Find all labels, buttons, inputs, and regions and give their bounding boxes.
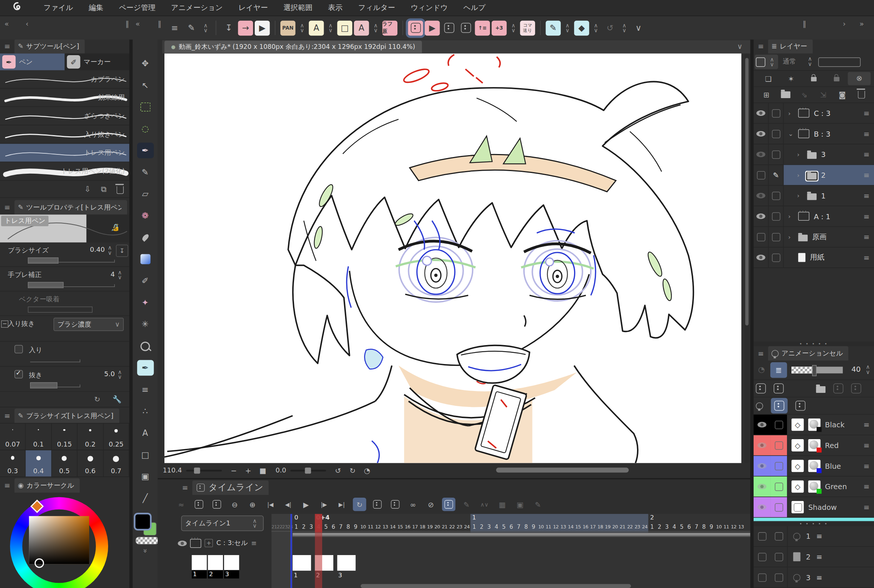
select-marquee-tool[interactable]: [137, 99, 154, 115]
layer-mask-icon[interactable]: ◙: [833, 91, 852, 99]
layer-visibility-1[interactable]: [754, 193, 768, 198]
delete-brush-icon[interactable]: [117, 186, 124, 194]
shape-tool[interactable]: □: [137, 447, 154, 462]
out-checkbox[interactable]: [15, 370, 23, 378]
cel-options-icon[interactable]: ≡: [864, 441, 870, 450]
layer-check-B : 3[interactable]: [768, 124, 784, 144]
cel-search-toggle[interactable]: [771, 398, 788, 414]
new-folder-icon[interactable]: [776, 90, 795, 100]
brush-size-0.3[interactable]: 0.3: [0, 450, 26, 477]
blend-tool[interactable]: ∴: [137, 404, 154, 419]
tl-zoom-out-button[interactable]: ⊖: [228, 498, 241, 511]
cel-b-check2-3[interactable]: [770, 573, 787, 582]
tl-specify-new-cel-button[interactable]: [388, 498, 402, 511]
stabilization-slider[interactable]: [28, 282, 115, 287]
expander-icon[interactable]: −: [1, 320, 9, 328]
toolbar-expand-button[interactable]: ∨: [631, 20, 646, 36]
tl-zoom-in-button[interactable]: ⊕: [246, 498, 259, 511]
strip-transparent-chip[interactable]: [135, 537, 159, 544]
cel-link-button[interactable]: [441, 20, 457, 36]
canvas[interactable]: [165, 53, 741, 463]
layer-row-用紙[interactable]: 用紙≡: [754, 248, 874, 268]
toolbar-spinner[interactable]: ∧∨: [325, 23, 336, 33]
layer-row-3[interactable]: ›3≡: [754, 144, 874, 165]
toolbar-menu-button[interactable]: ≡: [167, 20, 183, 36]
tl-track-spin-button[interactable]: ∧∨: [478, 498, 491, 511]
decoration-tool[interactable]: ❁: [137, 208, 154, 223]
vector-point-button[interactable]: ◆: [574, 20, 589, 36]
layer-options-icon[interactable]: ≡: [864, 253, 870, 262]
menu-ヘルプ[interactable]: ヘルプ: [456, 0, 493, 15]
layer-visibility-B : 3[interactable]: [754, 131, 768, 136]
tl-link-cels-button[interactable]: ∞: [406, 498, 420, 511]
layer-row-C : 3[interactable]: ›C : 3≡: [754, 103, 874, 124]
timeline-cel-button[interactable]: [408, 20, 423, 36]
tl-frame-grid-button[interactable]: ▦: [496, 498, 509, 511]
pen-tool[interactable]: ✒: [137, 142, 154, 158]
layer-row-原画[interactable]: ›原画≡: [754, 227, 874, 248]
cel-options-icon[interactable]: ≡: [864, 462, 870, 470]
text-tool[interactable]: A: [137, 425, 154, 441]
cel-bottom-row-2[interactable]: 2≡: [754, 547, 874, 568]
select-lasso-tool[interactable]: ◌: [137, 121, 154, 136]
toolbar-spinner[interactable]: ∧∨: [508, 23, 519, 33]
layer-stack-toggle[interactable]: ≣: [770, 362, 787, 378]
cel-row-Red[interactable]: ◇Red≡: [754, 435, 874, 456]
color-wheel[interactable]: [0, 493, 129, 588]
cel-visibility-Shadow[interactable]: [754, 497, 770, 517]
subtool-group-マーカー[interactable]: ✐マーカー: [65, 53, 130, 70]
rotate-value[interactable]: 0.0: [276, 466, 286, 474]
brush-size-0.6[interactable]: 0.6: [77, 450, 103, 477]
tl-curve-graph-button[interactable]: ≈: [174, 498, 188, 511]
clip-duration-bar[interactable]: [292, 533, 750, 537]
out-spinner[interactable]: ∧∨: [115, 369, 125, 380]
stabilization-spinner[interactable]: ∧∨: [115, 270, 125, 279]
strip-main-color-chip[interactable]: [135, 514, 150, 529]
cel-b-options-icon[interactable]: ≡: [816, 532, 822, 541]
size-source-button[interactable]: ↧: [116, 245, 128, 257]
plus-3-frames-button[interactable]: +3: [492, 20, 507, 36]
export-movie-button[interactable]: →: [238, 20, 253, 36]
wrench-icon[interactable]: 🔧: [112, 395, 121, 404]
cel-visibility-Red[interactable]: [754, 435, 770, 455]
brush-入り抜きペン[interactable]: 入り抜きペン: [0, 126, 129, 144]
sparkle-tool[interactable]: ✳: [137, 316, 154, 332]
brush-トレス用ペン[interactable]: トレス用ペン: [0, 144, 129, 162]
panel-collapse-icon[interactable]: ‹: [25, 20, 28, 28]
play-movie-button[interactable]: ▶: [255, 20, 270, 36]
subtool-tab[interactable]: ✎ サブツール[ペン]: [15, 39, 85, 53]
blend-mode-dropdown[interactable]: 通常: [783, 57, 796, 67]
layer-check-原画[interactable]: [768, 227, 784, 247]
brush-size-0.7[interactable]: 0.7: [103, 450, 129, 477]
brush-効果線用[interactable]: 効果線用: [0, 88, 129, 107]
menu-編集[interactable]: 編集: [81, 0, 111, 15]
tl-go-start-button[interactable]: |◀: [264, 498, 277, 511]
brush-カブラペン[interactable]: カブラペン: [0, 70, 129, 89]
menu-表示[interactable]: 表示: [320, 0, 350, 15]
opacity-value[interactable]: 40: [852, 365, 861, 374]
tl-new-cel-button[interactable]: [371, 498, 384, 511]
cel-row-Black[interactable]: ◇Black≡: [754, 415, 874, 435]
timer-icon[interactable]: ◔: [758, 365, 765, 374]
layer-visibility-2[interactable]: [754, 171, 768, 179]
clip-at-layer-icon[interactable]: ❏: [757, 74, 780, 83]
tl-go-end-button[interactable]: ▶|: [335, 498, 348, 511]
layer-visibility-A : 1[interactable]: [754, 213, 768, 219]
merge-layer-icon[interactable]: ⇲: [814, 91, 832, 99]
tl-timeline-cel-view-button[interactable]: [192, 498, 205, 511]
cel-delete-button[interactable]: [458, 20, 473, 36]
frame-tool[interactable]: ▣: [137, 469, 154, 484]
menu-ウィンドウ[interactable]: ウィンドウ: [403, 0, 456, 15]
delete-cel-dim-icon[interactable]: [851, 384, 861, 394]
cel-b-check1-3[interactable]: [754, 573, 770, 582]
layer-check-C : 3[interactable]: [768, 103, 784, 123]
draft-layer-icon[interactable]: ⊗: [848, 72, 871, 85]
layer-check-1[interactable]: [768, 186, 784, 206]
toolbar-spinner[interactable]: ∧∨: [562, 23, 573, 33]
menu-レイヤー[interactable]: レイヤー: [231, 0, 276, 15]
timeline-menu-icon[interactable]: ≡: [178, 484, 192, 492]
brush-size-spinner[interactable]: ∧∨: [105, 245, 115, 255]
cel-options-icon[interactable]: ≡: [864, 503, 870, 512]
tl-prev-frame-button[interactable]: ◀|: [282, 498, 295, 511]
track-expand-icon[interactable]: +: [204, 539, 213, 547]
